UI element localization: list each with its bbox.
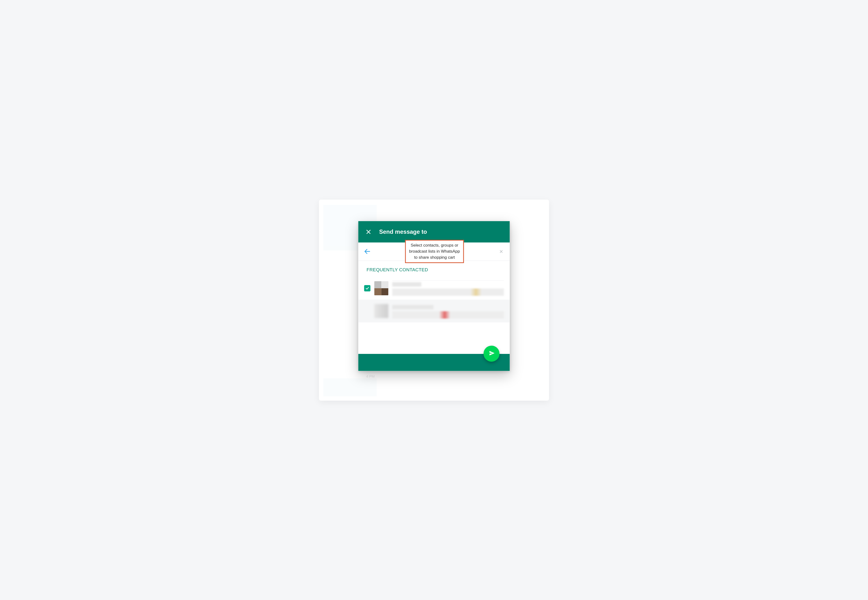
contact-status-redacted [392, 311, 504, 318]
contact-row-2[interactable] [358, 300, 510, 323]
callout-line-1: Select contacts, groups or [409, 242, 460, 248]
send-icon [488, 350, 495, 358]
avatar [374, 304, 388, 318]
avatar [374, 281, 388, 295]
back-arrow-icon[interactable] [363, 247, 371, 256]
modal-footer [358, 354, 510, 371]
contact-status-redacted [392, 288, 504, 296]
contact-name-redacted [392, 282, 421, 286]
contact-body [392, 303, 504, 318]
contact-name-redacted [392, 305, 433, 309]
contact-row-1[interactable] [358, 277, 510, 300]
clear-search-icon[interactable]: × [497, 248, 505, 255]
contact-list [358, 277, 510, 323]
screenshot-container: rday2 AM5 PM15 PM4 PM4 PM ne conn sync m… [319, 200, 549, 401]
frequently-contacted-label: FREQUENTLY CONTACTED [358, 261, 510, 277]
checkbox-unchecked[interactable] [364, 308, 371, 314]
callout-line-3: to share shopping cart [409, 255, 460, 261]
search-row: Select contacts, groups or broadcast lis… [358, 242, 510, 261]
close-icon[interactable] [365, 229, 372, 235]
send-button[interactable] [484, 345, 500, 362]
modal-title: Send message to [379, 229, 427, 235]
contact-body [392, 280, 504, 296]
instruction-callout: Select contacts, groups or broadcast lis… [405, 240, 464, 263]
modal-header: Send message to [358, 221, 510, 242]
checkbox-checked-icon[interactable] [364, 285, 371, 291]
send-message-modal: Send message to Select contacts, groups … [358, 221, 510, 371]
callout-line-2: broadcast lists in WhatsApp [409, 248, 460, 255]
